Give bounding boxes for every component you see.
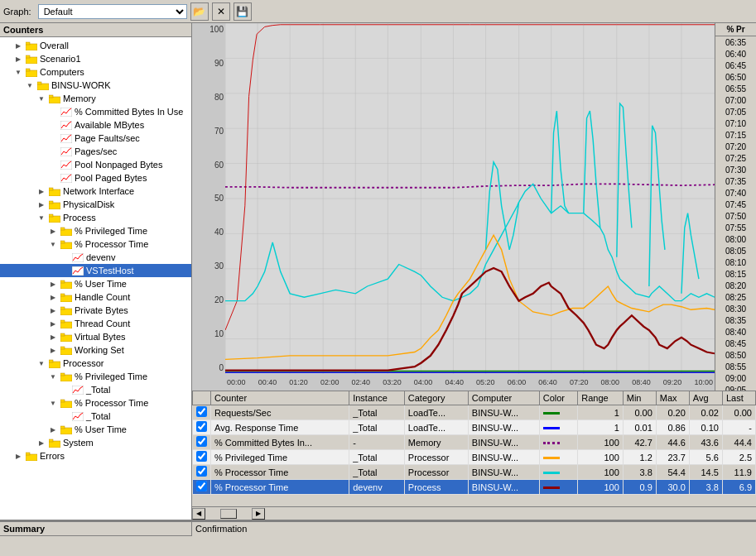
tree-item-proc-privileged[interactable]: ▼% Privileged Time <box>0 370 191 383</box>
expand-btn-overall[interactable]: ▶ <box>12 39 25 52</box>
save-button[interactable]: ✕ <box>212 2 230 21</box>
tree-item-network-interface[interactable]: ▶Network Interface <box>0 185 191 198</box>
expand-btn-privileged-time[interactable]: ▶ <box>46 224 60 237</box>
table-row[interactable]: % Privileged Time_TotalProcessorBINSU-W.… <box>193 450 756 465</box>
scroll-thumb[interactable] <box>220 509 237 519</box>
tree-item-processor-time[interactable]: ▼% Processor Time <box>0 237 191 251</box>
expand-btn-errors[interactable]: ▶ <box>12 449 25 463</box>
expand-btn-process[interactable]: ▼ <box>35 211 48 224</box>
expand-btn-user-time[interactable]: ▶ <box>46 277 60 290</box>
expand-btn-proc-priv-total <box>58 383 71 396</box>
expand-btn-computers[interactable]: ▼ <box>12 65 25 79</box>
tree-item-working-set[interactable]: ▶Working Set <box>0 343 191 357</box>
tree-item-devenv[interactable]: devenv <box>0 251 191 264</box>
expand-btn-scenario1[interactable]: ▶ <box>12 52 25 65</box>
expand-btn-handle-count[interactable]: ▶ <box>46 290 60 304</box>
row-checkbox[interactable] <box>196 466 207 477</box>
x-label: 01:20 <box>289 378 308 386</box>
tree-item-physical-disk[interactable]: ▶PhysicalDisk <box>0 198 191 211</box>
icon-privileged-time <box>60 225 73 237</box>
tree-item-pool-nonpaged[interactable]: Pool Nonpaged Bytes <box>0 158 191 171</box>
expand-btn-thread-count[interactable]: ▶ <box>46 317 60 330</box>
tree-item-memory[interactable]: ▼Memory <box>0 92 191 105</box>
tree-item-proc-priv-total[interactable]: _Total <box>0 383 191 396</box>
legend-time: 07:00 <box>715 94 756 106</box>
tree-item-proc-proc-total[interactable]: _Total <box>0 410 191 423</box>
tree-item-proc-processor-time[interactable]: ▼% Processor Time <box>0 396 191 410</box>
item-label-devenv: devenv <box>86 252 115 262</box>
row-checkbox[interactable] <box>196 451 207 462</box>
expand-btn-working-set[interactable]: ▶ <box>46 343 60 357</box>
expand-btn-binsu-work[interactable]: ▼ <box>23 79 36 92</box>
item-label-proc-privileged: % Privileged Time <box>75 371 147 381</box>
expand-btn-proc-user-time[interactable]: ▶ <box>46 423 60 436</box>
tree-item-privileged-time[interactable]: ▶% Privileged Time <box>0 224 191 237</box>
table-row[interactable]: % Committed Bytes In...-MemoryBINSU-W...… <box>193 435 756 450</box>
tree-item-pages-sec[interactable]: Pages/sec <box>0 145 191 158</box>
table-row[interactable]: % Processor Time_TotalProcessorBINSU-W..… <box>193 465 756 480</box>
cell-last: 2.5 <box>722 450 755 465</box>
row-checkbox[interactable] <box>196 421 207 432</box>
tree-item-process[interactable]: ▼Process <box>0 211 191 224</box>
tree-item-thread-count[interactable]: ▶Thread Count <box>0 317 191 330</box>
item-label-network-interface: Network Interface <box>63 186 134 196</box>
open-button[interactable]: 📂 <box>190 2 209 21</box>
tree-item-binsu-work[interactable]: ▼BINSU-WORK <box>0 79 191 92</box>
table-row[interactable]: Requests/Sec_TotalLoadTe...BINSU-W...10.… <box>193 405 756 420</box>
tree-item-proc-user-time[interactable]: ▶% User Time <box>0 423 191 436</box>
tree-item-system[interactable]: ▶System <box>0 436 191 449</box>
expand-btn-proc-privileged[interactable]: ▼ <box>46 370 60 383</box>
tree-item-scenario1[interactable]: ▶Scenario1 <box>0 52 191 65</box>
row-checkbox[interactable] <box>196 406 207 417</box>
tree-item-user-time[interactable]: ▶% User Time <box>0 277 191 290</box>
expand-btn-proc-processor-time[interactable]: ▼ <box>46 396 60 410</box>
expand-btn-processor-time[interactable]: ▼ <box>46 237 60 251</box>
sidebar-header: Counters <box>0 23 191 37</box>
table-row[interactable]: Avg. Response Time_TotalLoadTe...BINSU-W… <box>193 420 756 435</box>
icon-proc-privileged <box>60 371 73 382</box>
tree-item-available-mbytes[interactable]: Available MBytes <box>0 118 191 132</box>
tree-item-errors[interactable]: ▶Errors <box>0 449 191 463</box>
expand-btn-network-interface[interactable]: ▶ <box>35 185 48 198</box>
table-row[interactable]: % Processor TimedevenvProcessBINSU-W...1… <box>193 480 756 495</box>
legend-time: 09:05 <box>715 384 756 391</box>
x-label: 10:00 <box>694 378 713 386</box>
item-label-overall: Overall <box>40 41 69 50</box>
cell-computer: BINSU-W... <box>468 405 539 420</box>
expand-btn-virtual-bytes[interactable]: ▶ <box>46 330 60 343</box>
tree-item-overall[interactable]: ▶Overall <box>0 39 191 52</box>
tree-item-page-faults[interactable]: Page Faults/sec <box>0 132 191 145</box>
tree-item-processor[interactable]: ▼Processor <box>0 357 191 370</box>
tree-item-committed-bytes[interactable]: % Committed Bytes In Use <box>0 105 191 118</box>
table-header: Instance <box>349 391 405 405</box>
scrollbar-horizontal[interactable]: ◀ ▶ <box>192 506 756 520</box>
graph-select[interactable]: Default <box>38 4 187 19</box>
expand-btn-system[interactable]: ▶ <box>35 436 48 449</box>
expand-btn-private-bytes[interactable]: ▶ <box>46 304 60 317</box>
cell-instance: _Total <box>349 420 405 435</box>
table-header: Color <box>539 391 577 405</box>
expand-btn-physical-disk[interactable]: ▶ <box>35 198 48 211</box>
scroll-left-btn[interactable]: ◀ <box>192 508 205 520</box>
legend-time: 06:35 <box>715 36 756 48</box>
cell-category: LoadTe... <box>404 420 468 435</box>
tree-item-private-bytes[interactable]: ▶Private Bytes <box>0 304 191 317</box>
expand-btn-devenv <box>58 251 71 264</box>
item-label-memory: Memory <box>63 93 96 103</box>
svg-rect-19 <box>49 201 53 204</box>
tree-item-vstesthost[interactable]: VSTestHost <box>0 264 191 277</box>
expand-btn-processor[interactable]: ▼ <box>35 357 48 370</box>
tree-item-pool-paged[interactable]: Pool Paged Bytes <box>0 171 191 185</box>
cell-last: 0.00 <box>722 405 755 420</box>
expand-btn-memory[interactable]: ▼ <box>35 92 48 105</box>
row-checkbox[interactable] <box>196 481 207 491</box>
row-checkbox[interactable] <box>196 436 207 447</box>
scroll-right-btn[interactable]: ▶ <box>252 508 265 520</box>
tree-item-virtual-bytes[interactable]: ▶Virtual Bytes <box>0 330 191 343</box>
props-button[interactable]: 💾 <box>234 2 252 21</box>
tree-item-handle-count[interactable]: ▶Handle Count <box>0 290 191 304</box>
tree-item-computers[interactable]: ▼Computers <box>0 65 191 79</box>
y-label: 30 <box>194 261 224 271</box>
item-label-pool-paged: Pool Paged Bytes <box>75 173 147 183</box>
y-label: 0 <box>194 363 224 372</box>
